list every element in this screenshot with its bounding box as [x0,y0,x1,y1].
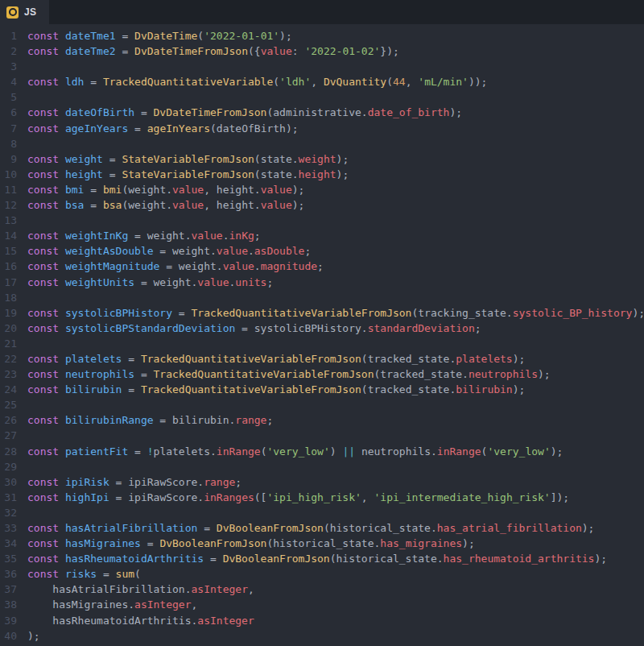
code-line[interactable]: 33const hasAtrialFibrillation = DvBoolea… [0,520,644,536]
code-text: const dateOfBirth = DvDateTimeFromJson(a… [27,105,462,120]
code-line[interactable]: 13 [0,213,644,228]
code-text: const ipiRisk = ipiRawScore.range; [27,474,242,490]
line-number: 5 [0,89,17,105]
code-line[interactable]: 9const weight = StateVariableFromJson(st… [0,151,644,167]
code-line[interactable]: 7const ageInYears = ageInYears(dateOfBir… [0,121,644,136]
code-line[interactable]: 18 [0,290,644,305]
code-line[interactable]: 24const bilirubin = TrackedQuantitativeV… [0,382,644,397]
code-text: const weightInKg = weight.value.inKg; [27,228,261,243]
code-text: hasAtrialFibrillation.asInteger, [27,582,254,597]
code-line[interactable]: 16const weightMagnitude = weight.value.m… [0,259,644,274]
line-number: 11 [0,182,17,197]
code-line[interactable]: 28const patientFit = !platelets.inRange(… [0,444,644,459]
code-line[interactable]: 40); [0,628,644,644]
line-number: 29 [0,459,17,474]
code-text: const ldh = TrackedQuantitativeVariable(… [27,74,487,89]
code-text: const systolicBPStandardDeviation = syst… [27,321,481,336]
code-editor-window: JS 1const dateTme1 = DvDateTime('2022-01… [0,0,644,646]
tab-js[interactable]: JS [0,0,49,24]
code-line[interactable]: 29 [0,459,644,474]
line-number: 37 [0,582,17,597]
code-text: const hasMigraines = DvBooleanFromJson(h… [27,536,475,551]
line-number: 19 [0,305,17,321]
code-line[interactable]: 35const hasRheumatoidArthritis = DvBoole… [0,551,644,566]
code-line[interactable]: 32 [0,505,644,520]
line-number: 39 [0,613,17,628]
line-number: 10 [0,167,17,182]
line-number: 16 [0,259,17,274]
line-number: 7 [0,121,17,136]
code-text: const bilirubinRange = bilirubin.range; [27,412,273,428]
line-number: 24 [0,382,17,397]
code-text: const neutrophils = TrackedQuantitativeV… [27,366,551,382]
tab-label: JS [24,6,36,18]
code-line[interactable]: 15const weightAsDouble = weight.value.as… [0,243,644,259]
code-text: ); [27,628,40,644]
line-number: 14 [0,228,17,243]
code-text: const systolicBPHistory = TrackedQuantit… [27,305,644,321]
line-number: 3 [0,59,17,74]
code-text: const hasAtrialFibrillation = DvBooleanF… [27,520,594,536]
code-area[interactable]: 1const dateTme1 = DvDateTime('2022-01-01… [0,24,644,646]
code-line[interactable]: 23const neutrophils = TrackedQuantitativ… [0,366,644,382]
code-line[interactable]: 26const bilirubinRange = bilirubin.range… [0,412,644,428]
code-text: const highIpi = ipiRawScore.inRanges(['i… [27,490,569,505]
code-line[interactable]: 6const dateOfBirth = DvDateTimeFromJson(… [0,105,644,120]
code-line[interactable]: 31const highIpi = ipiRawScore.inRanges([… [0,490,644,505]
code-line[interactable]: 25 [0,397,644,412]
line-number: 12 [0,197,17,213]
line-number: 40 [0,628,17,644]
code-text: hasMigraines.asInteger, [27,597,197,612]
code-line[interactable]: 37 hasAtrialFibrillation.asInteger, [0,582,644,597]
code-line[interactable]: 30const ipiRisk = ipiRawScore.range; [0,474,644,490]
code-line[interactable]: 39 hasRheumatoidArthritis.asInteger [0,613,644,628]
line-number: 6 [0,105,17,120]
line-number: 1 [0,28,17,43]
line-number: 35 [0,551,17,566]
line-number: 25 [0,397,17,412]
line-number: 18 [0,290,17,305]
code-line[interactable]: 38 hasMigraines.asInteger, [0,597,644,612]
code-line[interactable]: 21 [0,336,644,351]
line-number: 30 [0,474,17,490]
line-number: 8 [0,136,17,151]
line-number: 28 [0,444,17,459]
line-number: 33 [0,520,17,536]
line-number: 20 [0,321,17,336]
code-line[interactable]: 36const risks = sum( [0,566,644,582]
code-line[interactable]: 14const weightInKg = weight.value.inKg; [0,228,644,243]
js-icon-ring [9,8,17,16]
line-number: 23 [0,366,17,382]
line-number: 27 [0,428,17,443]
code-text: const risks = sum( [27,566,141,582]
code-line[interactable]: 5 [0,89,644,105]
code-line[interactable]: 11const bmi = bmi(weight.value, height.v… [0,182,644,197]
code-line[interactable]: 17const weightUnits = weight.value.units… [0,275,644,290]
code-line[interactable]: 20const systolicBPStandardDeviation = sy… [0,321,644,336]
code-line[interactable]: 10const height = StateVariableFromJson(s… [0,167,644,182]
code-line[interactable]: 4const ldh = TrackedQuantitativeVariable… [0,74,644,89]
code-line[interactable]: 8 [0,136,644,151]
code-line[interactable]: 27 [0,428,644,443]
line-number: 38 [0,597,17,612]
code-text: const weightUnits = weight.value.units; [27,275,273,290]
code-line[interactable]: 22const platelets = TrackedQuantitativeV… [0,351,644,366]
code-text: const weight = StateVariableFromJson(sta… [27,151,349,167]
code-text: const platelets = TrackedQuantitativeVar… [27,351,525,366]
code-text: const bmi = bmi(weight.value, height.val… [27,182,304,197]
code-line[interactable]: 12const bsa = bsa(weight.value, height.v… [0,197,644,213]
line-number: 34 [0,536,17,551]
code-text: const dateTme1 = DvDateTime('2022-01-01'… [27,28,292,43]
line-number: 4 [0,74,17,89]
line-number: 32 [0,505,17,520]
line-number: 36 [0,566,17,582]
code-text: hasRheumatoidArthritis.asInteger [27,613,254,628]
code-line[interactable]: 19const systolicBPHistory = TrackedQuant… [0,305,644,321]
code-line[interactable]: 3 [0,59,644,74]
code-line[interactable]: 34const hasMigraines = DvBooleanFromJson… [0,536,644,551]
code-line[interactable]: 1const dateTme1 = DvDateTime('2022-01-01… [0,28,644,43]
code-line[interactable]: 2const dateTme2 = DvDateTimeFromJson({va… [0,43,644,59]
line-number: 22 [0,351,17,366]
js-file-icon [6,6,19,19]
code-text: const patientFit = !platelets.inRange('v… [27,444,563,459]
